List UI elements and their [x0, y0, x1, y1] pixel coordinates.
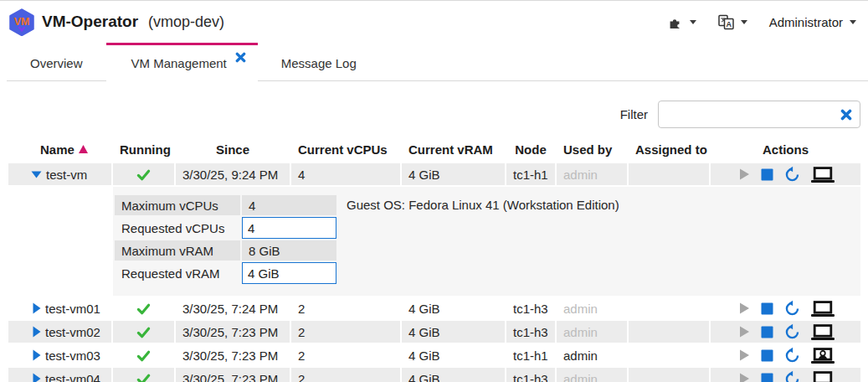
- requested-vcpus-label: Requested vCPUs: [115, 217, 240, 239]
- running-status: [113, 163, 174, 185]
- maximum-vram-label: Maximum vRAM: [115, 240, 240, 261]
- since-cell: 3/30/25, 7:23 PM: [176, 321, 290, 343]
- start-vm-icon[interactable]: [737, 302, 751, 315]
- vram-cell: 4 GiB: [402, 163, 505, 185]
- expand-row-icon[interactable]: [31, 373, 41, 382]
- filter-box: [658, 101, 860, 128]
- tab-message-log[interactable]: Message Log: [258, 43, 380, 81]
- expand-row-icon[interactable]: [31, 326, 41, 338]
- stop-vm-icon[interactable]: [761, 373, 773, 382]
- expand-row-icon[interactable]: [31, 349, 41, 361]
- tab-vm-management[interactable]: VM Management: [106, 43, 258, 81]
- restart-vm-icon[interactable]: [783, 370, 801, 382]
- maximum-vcpus-value: 4: [242, 195, 336, 215]
- used-by-cell: admin: [557, 163, 627, 185]
- caret-down-icon: [741, 20, 747, 24]
- caret-down-icon: [850, 20, 856, 24]
- stop-vm-icon[interactable]: [761, 349, 773, 362]
- column-header-node[interactable]: Node: [506, 138, 555, 162]
- filter-input[interactable]: [658, 101, 860, 128]
- used-by-cell: admin: [557, 344, 627, 366]
- start-vm-icon[interactable]: [737, 348, 751, 362]
- vm-name: test-vm01: [45, 302, 100, 316]
- since-cell: 3/30/25, 7:23 PM: [176, 344, 290, 366]
- column-header-current-vram[interactable]: Current vRAM: [402, 138, 505, 162]
- app-title: VM-Operator: [42, 13, 138, 31]
- vram-cell: 4 GiB: [402, 297, 505, 319]
- vm-name: test-vm04: [45, 372, 100, 382]
- environment-label: (vmop-dev): [148, 13, 224, 31]
- tab-overview[interactable]: Overview: [7, 43, 106, 81]
- requested-vram-label: Requested vRAM: [115, 262, 240, 284]
- restart-vm-icon[interactable]: [783, 166, 801, 183]
- clear-filter-icon[interactable]: [840, 109, 852, 121]
- expand-row-icon[interactable]: [31, 302, 41, 314]
- open-console-icon[interactable]: [811, 166, 835, 183]
- running-status: [113, 321, 174, 343]
- open-console-icon[interactable]: [811, 300, 835, 317]
- tab-label: VM Management: [131, 56, 227, 70]
- svg-text:A: A: [726, 19, 732, 28]
- header-controls: A Administrator: [669, 14, 856, 30]
- column-header-running[interactable]: Running: [113, 138, 174, 162]
- column-header-assigned-to[interactable]: Assigned to: [629, 138, 709, 162]
- since-cell: 3/30/25, 9:24 PM: [176, 163, 290, 185]
- vram-cell: 4 GiB: [402, 321, 505, 343]
- console-in-use-icon[interactable]: [811, 347, 835, 364]
- assigned-to-cell: [629, 368, 709, 382]
- table-row: test-vm04 3/30/25, 7:23 PM 2 4 GiB tc1-h…: [8, 368, 860, 382]
- user-menu-label: Administrator: [769, 15, 843, 29]
- table-row: test-vm 3/30/25, 9:24 PM 4 4 GiB tc1-h1 …: [8, 163, 860, 185]
- assigned-to-cell: [629, 163, 709, 185]
- vcpus-cell: 2: [291, 368, 400, 382]
- vm-table: Name Running Since Current vCPUs Current…: [7, 137, 862, 382]
- table-row: test-vm02 3/30/25, 7:23 PM 2 4 GiB tc1-h…: [8, 321, 860, 343]
- collapse-row-icon[interactable]: [31, 169, 42, 179]
- sort-ascending-icon: [79, 142, 88, 156]
- used-by-cell: admin: [557, 297, 627, 319]
- vm-name: test-vm02: [45, 325, 100, 339]
- vcpus-cell: 2: [291, 344, 400, 366]
- puzzle-icon: [669, 15, 683, 29]
- column-header-since[interactable]: Since: [176, 138, 290, 162]
- restart-vm-icon[interactable]: [783, 347, 801, 364]
- stop-vm-icon[interactable]: [761, 168, 773, 181]
- app-logo-icon: VM: [8, 8, 35, 36]
- tab-label: Message Log: [281, 56, 357, 70]
- requested-vram-input[interactable]: [242, 262, 336, 284]
- restart-vm-icon[interactable]: [783, 323, 801, 341]
- language-menu-button[interactable]: A: [718, 14, 747, 30]
- restart-vm-icon[interactable]: [783, 300, 801, 317]
- vm-name: test-vm: [46, 168, 87, 182]
- running-status: [113, 297, 174, 319]
- node-cell: tc1-h1: [506, 344, 555, 366]
- start-vm-icon[interactable]: [737, 372, 751, 382]
- vram-cell: 4 GiB: [402, 344, 505, 366]
- vm-name: test-vm03: [45, 348, 100, 363]
- open-console-icon[interactable]: [811, 323, 835, 341]
- start-vm-icon[interactable]: [737, 325, 751, 338]
- node-cell: tc1-h3: [506, 297, 555, 319]
- table-row: test-vm01 3/30/25, 7:24 PM 2 4 GiB tc1-h…: [8, 297, 860, 319]
- plugins-menu-button[interactable]: [669, 15, 696, 29]
- vram-cell: 4 GiB: [402, 368, 505, 382]
- stop-vm-icon[interactable]: [761, 326, 773, 338]
- column-header-used-by[interactable]: Used by: [557, 138, 627, 162]
- vm-detail-row: Maximum vCPUs 4 Requested vCPUs Maximum …: [8, 187, 860, 296]
- translate-icon: A: [718, 14, 734, 30]
- vcpus-cell: 2: [291, 321, 400, 343]
- user-menu-button[interactable]: Administrator: [769, 15, 856, 29]
- open-console-icon[interactable]: [811, 370, 835, 382]
- assigned-to-cell: [629, 344, 709, 366]
- requested-vcpus-input[interactable]: [242, 217, 336, 239]
- column-header-current-vcpus[interactable]: Current vCPUs: [291, 138, 400, 162]
- start-vm-icon[interactable]: [737, 168, 751, 181]
- filter-row: Filter: [0, 101, 860, 128]
- stop-vm-icon[interactable]: [761, 302, 773, 315]
- used-by-cell: admin: [557, 321, 627, 343]
- vcpus-cell: 2: [291, 297, 400, 319]
- close-tab-icon[interactable]: [235, 52, 246, 63]
- column-header-name[interactable]: Name: [8, 138, 111, 162]
- svg-text:VM: VM: [14, 15, 30, 27]
- running-status: [113, 344, 174, 366]
